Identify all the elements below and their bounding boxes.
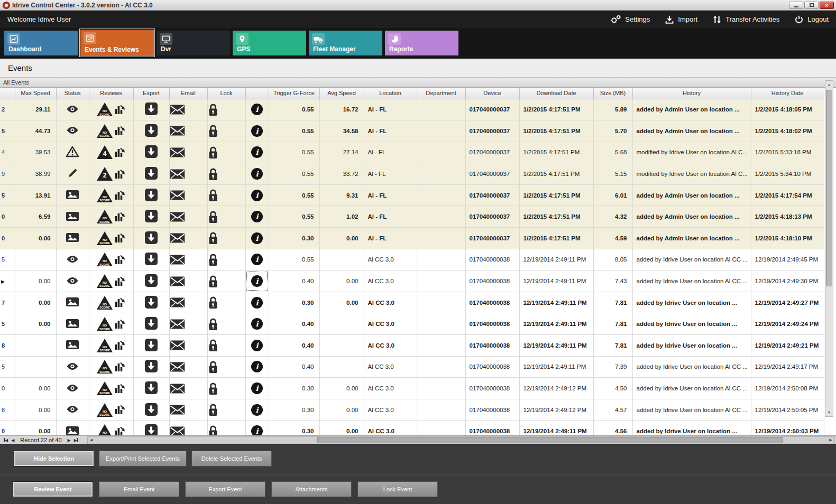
row-header-cell[interactable]: ▶ 5 [0, 120, 15, 142]
info-cell[interactable]: i [245, 378, 269, 399]
column-header-size[interactable]: Size (MB) [593, 88, 632, 99]
row-header-cell[interactable]: ▶ 5 [0, 313, 15, 335]
row-header-cell[interactable]: ▶ 5 [0, 356, 15, 378]
history-cell[interactable]: modified by Idrive User on location Al C… [632, 142, 751, 163]
location-cell[interactable]: Al - FL [364, 163, 417, 185]
table-row[interactable]: ▶ 0 0.00 [0, 421, 824, 435]
download-date-cell[interactable]: 12/19/2014 2:49:11 PM [519, 270, 593, 292]
max-speed-cell[interactable]: 0.00 [15, 378, 56, 399]
department-cell[interactable] [417, 421, 465, 435]
export-cell[interactable] [133, 313, 169, 335]
column-header-device[interactable]: Device [465, 88, 519, 99]
avg-speed-cell[interactable]: 27.14 [319, 142, 364, 163]
location-cell[interactable]: Al CC 3.0 [364, 292, 417, 313]
status-cell[interactable] [56, 228, 89, 249]
reviews-cell[interactable]: NO SCORE [89, 120, 133, 142]
device-cell[interactable]: 017040000038 [465, 313, 519, 335]
size-cell[interactable]: 5.89 [593, 99, 632, 120]
column-header-avg[interactable]: Avg Speed [319, 88, 364, 99]
download-date-cell[interactable]: 12/19/2014 2:49:11 PM [519, 421, 593, 435]
history-cell[interactable]: added by Idrive User on location Al CC .… [632, 399, 751, 421]
info-cell[interactable]: i [245, 356, 269, 378]
export-button[interactable] [145, 339, 158, 351]
department-cell[interactable] [417, 270, 465, 292]
history-date-cell[interactable]: 12/19/2014 2:49:30 PM [751, 270, 824, 292]
location-cell[interactable]: Al CC 3.0 [364, 399, 417, 421]
hide-selection-button[interactable]: Hide Selection [14, 451, 94, 466]
column-header-hdate[interactable]: History Date [751, 88, 824, 99]
size-cell[interactable]: 7.81 [593, 313, 632, 335]
history-cell[interactable]: added by Idrive User on location ... [632, 313, 751, 335]
location-cell[interactable]: Al CC 3.0 [364, 270, 417, 292]
size-cell[interactable]: 4.56 [593, 421, 632, 435]
info-cell[interactable]: i [245, 120, 269, 142]
export-button[interactable] [145, 317, 158, 330]
export-event-button[interactable]: Export Event [185, 481, 265, 497]
info-cell[interactable]: i [245, 142, 269, 163]
department-cell[interactable] [417, 184, 465, 206]
device-cell[interactable]: 017040000037 [465, 99, 519, 120]
table-row[interactable]: ▶ 5 13.91 [0, 184, 824, 206]
row-header-cell[interactable]: ▶ 5 [0, 184, 15, 206]
column-header-export[interactable]: Export [133, 88, 169, 99]
export-print-selected-events-button[interactable]: Export/Print Selected Events [99, 451, 187, 466]
department-cell[interactable] [417, 335, 465, 357]
history-cell[interactable]: added by Idrive User on location ... [632, 335, 751, 357]
email-cell[interactable] [169, 249, 207, 270]
device-cell[interactable]: 017040000037 [465, 120, 519, 142]
history-date-cell[interactable]: 1/2/2015 4:18:05 PM [751, 99, 824, 120]
department-cell[interactable] [417, 399, 465, 421]
email-cell[interactable] [169, 184, 207, 206]
info-cell[interactable]: i [245, 228, 269, 249]
logout-button[interactable]: Logout [794, 15, 829, 24]
device-cell[interactable]: 017040000038 [465, 378, 519, 399]
location-cell[interactable]: Al - FL [364, 184, 417, 206]
max-speed-cell[interactable]: 0.00 [15, 292, 56, 313]
info-cell[interactable]: i [245, 292, 269, 313]
history-cell[interactable]: added by Admin User on location ... [632, 99, 751, 120]
previous-record-button[interactable]: ◀ [11, 438, 14, 443]
avg-speed-cell[interactable]: 34.58 [319, 120, 364, 142]
history-date-cell[interactable]: 1/2/2015 5:34:10 PM [751, 163, 824, 185]
export-cell[interactable] [133, 163, 169, 185]
transfer-activities-button[interactable]: Transfer Activities [712, 15, 779, 24]
department-cell[interactable] [417, 206, 465, 228]
history-date-cell[interactable]: 12/19/2014 2:50:05 PM [751, 399, 824, 421]
avg-speed-cell[interactable] [319, 249, 364, 270]
size-cell[interactable]: 7.43 [593, 270, 632, 292]
size-cell[interactable]: 7.39 [593, 356, 632, 378]
status-cell[interactable] [56, 270, 89, 292]
history-cell[interactable]: added by Admin User on location ... [632, 206, 751, 228]
max-speed-cell[interactable]: 29.11 [15, 99, 56, 120]
download-date-cell[interactable]: 12/19/2014 2:49:11 PM [519, 292, 593, 313]
device-cell[interactable]: 017040000038 [465, 421, 519, 435]
delete-selected-events-button[interactable]: Delete Selected Events [191, 451, 272, 466]
history-cell[interactable]: added by Idrive User on location Al CC .… [632, 378, 751, 399]
avg-speed-cell[interactable] [319, 335, 364, 357]
trigger-gforce-cell[interactable]: 0.55 [269, 184, 319, 206]
trigger-gforce-cell[interactable]: 0.55 [269, 206, 319, 228]
avg-speed-cell[interactable]: 0.00 [319, 399, 364, 421]
info-cell[interactable]: i [245, 270, 269, 292]
status-cell[interactable] [56, 184, 89, 206]
trigger-gforce-cell[interactable]: 0.40 [269, 335, 319, 357]
size-cell[interactable]: 4.50 [593, 378, 632, 399]
export-button[interactable] [145, 296, 158, 309]
lock-cell[interactable] [207, 142, 245, 163]
status-cell[interactable] [56, 313, 89, 335]
department-cell[interactable] [417, 228, 465, 249]
status-cell[interactable] [56, 99, 89, 120]
attachments-button[interactable]: Attachments [271, 481, 352, 497]
table-row[interactable]: ▶ 5 [0, 356, 824, 378]
download-date-cell[interactable]: 12/19/2014 2:49:12 PM [519, 378, 593, 399]
location-cell[interactable]: Al CC 3.0 [364, 378, 417, 399]
email-cell[interactable] [169, 292, 207, 313]
info-cell[interactable]: i [245, 184, 269, 206]
device-cell[interactable]: 017040000038 [465, 292, 519, 313]
horizontal-scrollbar[interactable]: ◀ ▶ [87, 436, 835, 444]
history-cell[interactable]: added by Idrive User on location Al CC .… [632, 356, 751, 378]
max-speed-cell[interactable]: 0.00 [15, 228, 56, 249]
size-cell[interactable]: 4.57 [593, 399, 632, 421]
row-header-cell[interactable]: ▶ 9 [0, 163, 15, 185]
trigger-gforce-cell[interactable]: 0.30 [269, 421, 319, 435]
